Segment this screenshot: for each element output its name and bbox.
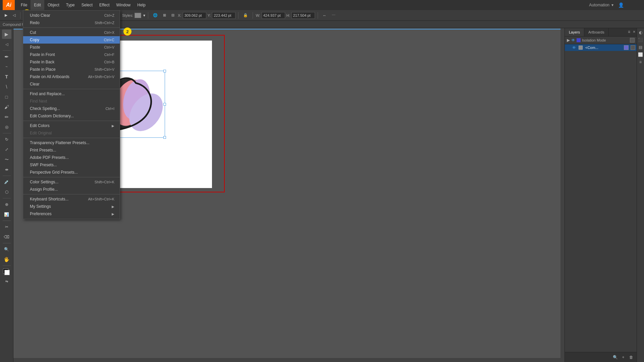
fill-swatch[interactable] (3, 268, 10, 276)
layer-item-compound[interactable]: 👁 <Com... (565, 44, 637, 51)
h-input[interactable] (291, 12, 315, 19)
menu-settings[interactable]: My Settings ▶ (23, 203, 120, 210)
right-color-icon[interactable]: ◐ (638, 29, 644, 36)
tool-curvature[interactable]: ~ (2, 62, 11, 71)
menu-cut[interactable]: Cut Ctrl+X (23, 29, 120, 36)
tool-swap-colors[interactable]: ⇆ (2, 277, 11, 286)
tool-blend[interactable]: ⬡ (2, 187, 11, 197)
menu-clear[interactable]: Clear (23, 80, 120, 88)
menu-help[interactable]: Help (134, 0, 149, 10)
align-icon[interactable]: ⊟ (169, 12, 176, 18)
toolbar-select[interactable]: ▶ (3, 12, 9, 18)
menu-file[interactable]: File (17, 0, 31, 10)
tool-rotate[interactable]: ↻ (2, 135, 11, 144)
title-bar: Ai File Edit Object Type Select Effect W… (0, 0, 644, 10)
lock-ratio-icon[interactable]: 🔒 (241, 12, 250, 18)
panel-close-btn[interactable]: × (632, 28, 637, 36)
tool-shaper[interactable]: ◎ (2, 122, 11, 132)
tool-scale[interactable]: ⤢ (2, 145, 11, 154)
search-layer-btn[interactable]: 🔍 (612, 354, 619, 361)
toolbar-direct[interactable]: ◁ (11, 12, 17, 18)
menu-paste-front[interactable]: Paste in Front Ctrl+F (23, 51, 120, 58)
menu-spell-label: Check Spelling... (30, 106, 60, 111)
right-scrollbar[interactable] (560, 28, 565, 362)
layer-expand-arrow[interactable]: ▶ (567, 38, 570, 43)
more-icon[interactable]: ⋯ (330, 12, 337, 18)
menu-assign-profile[interactable]: Assign Profile... (23, 186, 120, 193)
tool-zoom[interactable]: 🔍 (2, 245, 11, 254)
right-align-icon[interactable]: ≡ (638, 59, 644, 65)
menu-edit[interactable]: Edit (31, 0, 44, 10)
x-input[interactable] (183, 12, 206, 19)
menu-perspective[interactable]: Perspective Grid Presets... (23, 169, 120, 176)
sublayer-visibility-icon[interactable]: 👁 (572, 46, 576, 50)
user-icon[interactable]: 👤 (618, 0, 624, 10)
tool-type[interactable]: T (2, 72, 11, 81)
menu-edit-colors[interactable]: Edit Colors ▶ (23, 122, 120, 129)
handle-tr[interactable] (163, 70, 166, 72)
y-input[interactable] (212, 12, 235, 19)
menu-paste[interactable]: Paste Ctrl+V (23, 44, 120, 51)
sublayer-target-icon[interactable] (624, 45, 629, 50)
add-layer-btn[interactable]: + (620, 354, 627, 361)
menu-undo[interactable]: Undo Clear Ctrl+Z (23, 12, 120, 19)
tool-selection[interactable]: ▶ (2, 29, 11, 39)
menu-color-settings[interactable]: Color Settings... Shift+Ctrl+K (23, 178, 120, 186)
menu-paste-back[interactable]: Paste in Back Ctrl+B (23, 58, 120, 66)
tool-paintbrush[interactable]: 🖌 (2, 102, 11, 112)
bottom-scrollbar[interactable] (13, 358, 560, 362)
tool-shape[interactable]: □ (2, 92, 11, 102)
style-swatch[interactable] (135, 13, 141, 18)
tool-line[interactable]: \ (2, 82, 11, 92)
tool-warp[interactable]: 〜 (2, 155, 11, 164)
tool-direct-select[interactable]: ◁ (2, 40, 11, 49)
right-stroke-icon[interactable]: ⬜ (638, 52, 644, 58)
right-gradient-icon[interactable]: ▤ (638, 44, 644, 50)
menu-select[interactable]: Select (78, 0, 96, 10)
tool-eraser[interactable]: ⌫ (2, 232, 11, 242)
layer-visibility-icon[interactable]: 👁 (571, 38, 575, 43)
menu-type[interactable]: Type (63, 0, 78, 10)
menu-paste-place[interactable]: Paste in Place Shift+Ctrl+V (23, 66, 120, 73)
tool-column[interactable]: 📊 (2, 210, 11, 219)
menu-swf-presets[interactable]: SWF Presets... (23, 161, 120, 169)
sublayer-lock-icon[interactable] (631, 45, 635, 50)
tool-slice[interactable]: ✂ (2, 222, 11, 232)
handle-mr[interactable] (163, 103, 166, 106)
tool-width[interactable]: ⇼ (2, 165, 11, 174)
tab-layers[interactable]: Layers (565, 28, 584, 36)
automation-area[interactable]: Automation ▾ 👤 (589, 0, 624, 10)
menu-copy[interactable]: Copy Ctrl+C (23, 36, 120, 44)
delete-layer-btn[interactable]: 🗑 (628, 354, 635, 361)
menu-print-presets[interactable]: Print Presets... (23, 146, 120, 154)
tool-pencil[interactable]: ✏ (2, 112, 11, 122)
panel-menu-btn[interactable]: ≡ (627, 28, 632, 36)
menu-custom-dict[interactable]: Edit Custom Dictionary... (23, 112, 120, 120)
menu-spell[interactable]: Check Spelling... Ctrl+I (23, 105, 120, 112)
tool-sep-5 (3, 221, 11, 221)
menu-transparency[interactable]: Transparency Flattener Presets... (23, 139, 120, 146)
tab-artboards[interactable]: Artboards (584, 28, 609, 36)
layer-lock-icon[interactable] (630, 38, 635, 43)
menu-sep-2 (23, 89, 120, 89)
menu-find-replace[interactable]: Find and Replace... (23, 90, 120, 98)
menu-window[interactable]: Window (113, 0, 134, 10)
menu-preferences[interactable]: Preferences ▶ (23, 210, 120, 218)
right-swatch-icon[interactable]: ⬛ (638, 37, 644, 43)
menu-pdf-presets[interactable]: Adobe PDF Presets... (23, 154, 120, 161)
menu-effect[interactable]: Effect (96, 0, 113, 10)
menu-keyboard[interactable]: Keyboard Shortcuts... Alt+Shift+Ctrl+K (23, 195, 120, 203)
globe-icon[interactable]: 🌐 (151, 12, 160, 18)
handle-br[interactable] (163, 136, 166, 139)
tool-hand[interactable]: 🖐 (2, 255, 11, 264)
tool-symbol[interactable]: ⊕ (2, 200, 11, 209)
tool-eyedropper[interactable]: 💉 (2, 177, 11, 187)
transform-extra-icon[interactable]: ↔ (321, 13, 328, 18)
transform-icon[interactable]: ⊞ (161, 12, 168, 18)
w-input[interactable] (262, 12, 285, 19)
menu-redo[interactable]: Redo Shift+Ctrl+Z (23, 19, 120, 26)
tool-pen[interactable]: ✒ (2, 52, 11, 61)
menu-object[interactable]: Object (44, 0, 63, 10)
styles-chevron[interactable]: ▾ (143, 13, 145, 18)
menu-paste-all[interactable]: Paste on All Artboards Alt+Shift+Ctrl+V (23, 73, 120, 80)
